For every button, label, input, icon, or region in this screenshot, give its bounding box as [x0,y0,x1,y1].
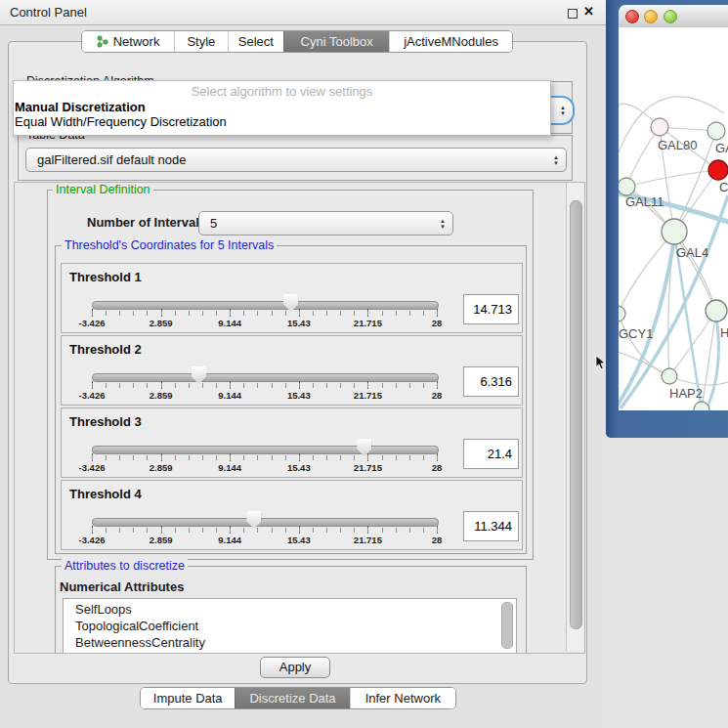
mouse-cursor [595,356,606,370]
popup-option-equal-width[interactable]: Equal Width/Frequency Discretization [15,114,227,129]
tab-impute-label: Impute Data [153,691,223,706]
control-panel: Control Panel ✕ Network Style Select Cyn… [0,0,606,728]
table-panel: Table Panel ⚙ ☑☑ shared... na YDL19...YD… [606,438,728,728]
network-window-titlebar [619,5,728,28]
settings-viewport: Interval Definition Number of Intervals … [14,182,585,654]
tab-style-label: Style [187,34,215,49]
network-nodes[interactable] [619,118,728,410]
tab-select-label: Select [238,34,274,49]
cyni-bottom-tabbar: Impute Data Discretize Data Infer Networ… [140,687,456,709]
combo-arrows-icon: ▲▼ [560,98,566,123]
table-data-combobox[interactable]: galFiltered.sif default node ▲▼ [25,148,567,172]
float-window-icon[interactable] [568,9,578,19]
table-data-value: galFiltered.sif default node [37,149,186,171]
tab-jactivemnodules[interactable]: jActiveMNodules [389,31,512,52]
tab-jactive-label: jActiveMNodules [404,34,498,49]
combo-arrows-icon: ▲▼ [553,149,559,171]
node-bottom[interactable] [694,402,709,410]
tab-style[interactable]: Style [174,31,228,52]
network-icon [97,35,108,48]
network-canvas[interactable]: GAL80 GA C GAL11 GAL4 GCY1 H HAP2 [619,27,728,410]
label-h-partial: H [720,325,728,340]
label-gcy1: GCY1 [619,326,653,341]
tab-discretize-data[interactable]: Discretize Data [235,688,349,708]
panel-title: Control Panel [10,5,87,20]
label-hap2: HAP2 [669,386,703,401]
tab-cyni-label: Cyni Toolbox [301,34,373,49]
attributes-group-title: Attributes to discretize [62,559,188,573]
tab-infer-label: Infer Network [365,691,441,706]
tab-discretize-label: Discretize Data [249,691,335,706]
minimize-traffic-light[interactable] [644,10,658,23]
node-gal80[interactable] [651,118,668,136]
tab-network[interactable]: Network [82,31,174,52]
node-gal11[interactable] [619,178,635,195]
attributes-groupbox [55,566,527,654]
thresholds-groupbox [55,245,527,554]
label-c-partial: C [719,180,728,194]
node-hap2[interactable] [662,368,677,384]
control-panel-titlebar: Control Panel ✕ [0,0,606,25]
popup-option-manual[interactable]: Manual Discretization [15,100,146,114]
network-window: GAL80 GA C GAL11 GAL4 GCY1 H HAP2 [606,0,728,438]
tab-cyni-toolbox[interactable]: Cyni Toolbox [283,31,389,52]
label-gal80: GAL80 [658,138,697,152]
node-top-right[interactable] [707,122,725,140]
label-gal11: GAL11 [625,194,664,209]
toolbox-tabbar: Network Style Select Cyni Toolbox jActiv… [81,30,513,53]
node-h[interactable] [706,300,727,321]
close-traffic-light[interactable] [625,10,639,23]
node-gal4[interactable] [662,219,687,244]
label-gal4: GAL4 [676,245,708,260]
interval-group-title: Interval Definition [53,183,153,196]
network-graph: GAL80 GA C GAL11 GAL4 GCY1 H HAP2 [619,27,728,410]
popup-hint: Select algorithm to view settings [14,84,550,99]
close-icon[interactable]: ✕ [583,4,594,19]
thresholds-group-title: Threshold's Coordinates for 5 Intervals [62,238,277,252]
label-ga-partial: GA [715,141,728,155]
zoom-traffic-light[interactable] [664,10,677,23]
node-red-selected[interactable] [708,160,728,180]
tab-infer-network[interactable]: Infer Network [350,688,455,708]
algorithm-dropdown-popup: Select algorithm to view settings Manual… [13,80,551,136]
tab-network-label: Network [113,34,160,49]
panel-scrollbar[interactable] [566,183,583,651]
tab-impute-data[interactable]: Impute Data [141,688,235,708]
app-root: { "colors": { "focus_ring_blue": "#5b9dd… [0,0,728,728]
apply-button[interactable]: Apply [260,657,330,678]
tab-select[interactable]: Select [228,31,283,52]
panel-scrollbar-thumb[interactable] [570,200,582,629]
node-gcy1[interactable] [619,306,625,321]
